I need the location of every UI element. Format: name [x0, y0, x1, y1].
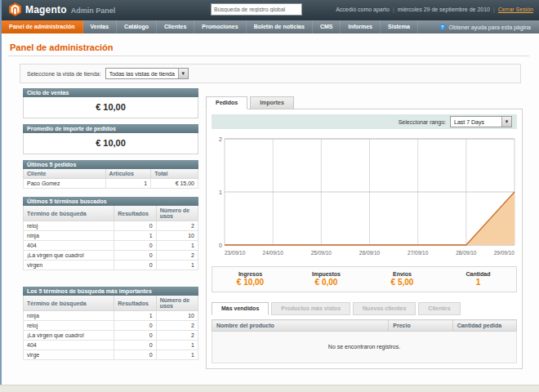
grid-header-row: Nombre del productoPrecioCantidad pedida — [212, 320, 517, 332]
column-header: Nombre del producto — [212, 320, 389, 332]
table-cell: 0 — [114, 251, 156, 261]
tab-productos-mas-vistos[interactable]: Productos más vistos — [271, 302, 350, 315]
no-records-message: No se encontraron registros. — [212, 332, 517, 363]
logged-in-as: Accedió como aparto — [336, 7, 390, 12]
range-select-value: Last 7 Days — [451, 119, 488, 125]
range-selector-bar: Seleccionar rango: Last 7 Days ▼ — [212, 114, 517, 129]
table-row: ¡La virgen que cuadro!02 — [24, 331, 198, 341]
range-select[interactable]: Last 7 Days ▼ — [450, 116, 512, 127]
svg-text:26/09/10: 26/09/10 — [359, 250, 381, 256]
svg-text:0: 0 — [219, 243, 222, 248]
column-header: Número de usos — [156, 206, 198, 221]
nav-item-catalogo[interactable]: Catálogo — [117, 20, 157, 33]
table-cell: 404 — [24, 341, 114, 350]
table-cell: 2 — [156, 221, 198, 231]
table-cell: 404 — [24, 241, 114, 251]
left-column: Ciclo de ventas € 10,00 Promedio de impo… — [23, 88, 198, 368]
chart-panel: Seleccionar rango: Last 7 Days ▼ 01223/0… — [206, 109, 523, 369]
table-row: 40401 — [24, 341, 198, 350]
last-orders-title: Últimos 5 pedidos — [23, 160, 198, 169]
chevron-down-icon: ▼ — [178, 69, 188, 78]
separator: | — [393, 7, 394, 12]
last-search-terms-title: Últimos 5 términos buscados — [23, 197, 198, 206]
store-switcher-label: Seleccione la vista de tienda: — [27, 71, 101, 77]
get-help-link[interactable]: ? Obtener ayuda para esta página — [439, 20, 539, 33]
last-search-terms-table: Últimos 5 términos buscados Término de b… — [23, 197, 198, 270]
main-navigation: Panel de administración Ventas Catálogo … — [2, 20, 539, 33]
table-cell: 2 — [156, 331, 198, 341]
table-cell: 1 — [156, 350, 198, 360]
nav-item-clientes[interactable]: Clientes — [157, 20, 194, 33]
column-header: Cantidad pedida — [452, 320, 516, 332]
nav-item-sistema[interactable]: Sistema — [381, 20, 418, 33]
logout-link[interactable]: Cerrar Sesión — [498, 7, 533, 12]
nav-item-cms[interactable]: CMS — [313, 20, 341, 33]
window-bottom-bar — [0, 385, 539, 392]
nav-item-dashboard[interactable]: Panel de administración — [2, 20, 83, 33]
store-view-select-value: Todas las vistas de tienda — [106, 71, 178, 77]
table-row: virgen01 — [24, 261, 198, 270]
table-cell: ninja — [24, 311, 114, 321]
table-cell: € 15,00 — [151, 179, 198, 189]
nav-item-promociones[interactable]: Promociones — [194, 20, 246, 33]
column-header: Precio — [389, 320, 452, 332]
table-cell: 1 — [114, 231, 156, 241]
tab-clientes[interactable]: Clientes — [418, 302, 460, 315]
table-row: ¡La virgen que cuadro!02 — [24, 251, 198, 261]
svg-text:25/09/10: 25/09/10 — [311, 250, 332, 256]
separator: | — [493, 7, 495, 12]
magento-admin-dashboard: Magento Admin Panel Accedió como aparto … — [0, 0, 539, 392]
tab-pedidos[interactable]: Pedidos — [206, 96, 247, 109]
table-header-row: Término de búsquedaResultadosNúmero de u… — [24, 296, 198, 311]
global-search-input[interactable] — [211, 3, 302, 16]
table-cell: 0 — [114, 350, 156, 360]
tab-nuevos-clientes[interactable]: Nuevos clientes — [353, 302, 416, 315]
table-cell: 0 — [114, 321, 156, 331]
table-cell: reloj — [24, 221, 114, 231]
column-header: Resultados — [114, 296, 156, 311]
table-cell: 0 — [114, 241, 156, 251]
lifetime-sales-value: € 10,00 — [23, 97, 198, 118]
table-row: reloj02 — [24, 321, 198, 331]
magento-logo[interactable]: Magento Admin Panel — [9, 2, 115, 16]
table-cell: 2 — [156, 251, 198, 261]
table-cell: 10 — [156, 231, 198, 241]
nav-item-informes[interactable]: Informes — [341, 20, 381, 33]
store-view-select[interactable]: Todas las vistas de tienda ▼ — [105, 68, 189, 79]
tab-importes[interactable]: Importes — [250, 96, 294, 109]
table-cell: ¡La virgen que cuadro! — [24, 251, 114, 261]
table-cell: Paco Gomez — [24, 179, 106, 189]
column-header: Número de usos — [156, 296, 198, 311]
table-cell: 0 — [114, 221, 156, 231]
average-orders-box: Promedio de importe de pedidos € 10,00 — [23, 124, 198, 154]
lifetime-sales-title: Ciclo de ventas — [23, 88, 198, 97]
window-left-border — [0, 0, 2, 392]
svg-text:29/09/10: 29/09/10 — [494, 250, 515, 256]
stat-envios: Envíos € 5,00 — [364, 271, 440, 287]
lifetime-sales-box: Ciclo de ventas € 10,00 — [23, 88, 198, 118]
empty-row: No se encontraron registros. — [212, 332, 517, 363]
svg-text:2: 2 — [219, 136, 222, 142]
nav-item-ventas[interactable]: Ventas — [83, 20, 118, 33]
nav-item-boletin[interactable]: Boletín de noticias — [247, 20, 313, 33]
chart-tabs: Pedidos Importes — [206, 96, 523, 109]
stat-ingresos: Ingresos € 10,00 — [212, 271, 288, 287]
dashboard-panel: Pedidos Importes Seleccionar rango: Last… — [206, 96, 523, 369]
logo-suffix: Admin Panel — [71, 5, 116, 15]
svg-text:28/09/10: 28/09/10 — [456, 250, 477, 256]
table-row: ninja110 — [24, 311, 198, 321]
store-switcher: Seleccione la vista de tienda: Todas las… — [20, 64, 521, 83]
tab-mas-vendidos[interactable]: Más vendidos — [212, 302, 269, 315]
average-orders-value: € 10,00 — [23, 133, 198, 154]
svg-text:27/09/10: 27/09/10 — [408, 250, 429, 256]
table-cell: 10 — [156, 311, 198, 321]
page-title: Panel de administración — [10, 42, 114, 52]
table-cell: reloj — [24, 321, 114, 331]
current-date: miércoles 29 de septiembre de 2010 — [398, 7, 490, 12]
table-cell: 2 — [156, 321, 198, 331]
top-search-terms-table: Los 5 términos de búsqueda más important… — [23, 287, 198, 360]
table-cell: virge — [24, 350, 114, 360]
last-orders-table: Últimos 5 pedidos ClienteArtículosTotal … — [23, 160, 198, 189]
range-selector-label: Seleccionar rango: — [399, 119, 446, 125]
table-cell: virgen — [24, 261, 114, 270]
